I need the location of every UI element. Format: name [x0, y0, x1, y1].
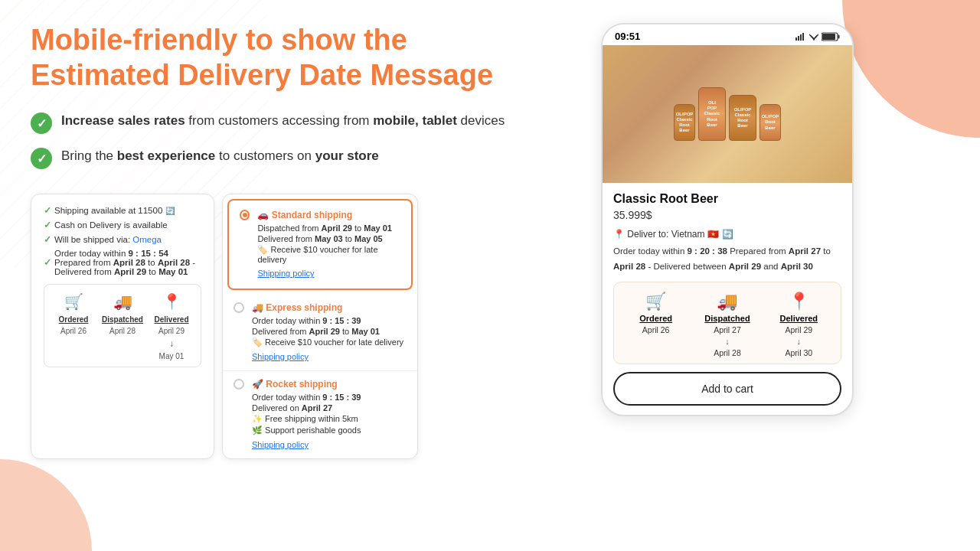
radio-express[interactable] [234, 302, 244, 313]
shipping-option-rocket: 🚀 Rocket shipping Order today within 9 :… [223, 371, 417, 458]
feature-text-1: Increase sales rates from customers acce… [61, 111, 505, 131]
phone-step-ordered: 🛒 Ordered April 26 [620, 292, 691, 357]
phone-step-delivered: 📍 Delivered April 29 ↓ April 30 [763, 292, 835, 357]
main-container: Mobile-friendly to show theEstimated Del… [0, 0, 980, 551]
line-carrier: ✓ Will be shipped via: Omega [44, 234, 201, 245]
phone-cart-icon: 🛒 [645, 292, 666, 311]
standard-voucher: 🏷️ Receive $10 voucher for late delivery [257, 245, 400, 264]
battery-icon [822, 32, 840, 41]
svg-rect-2 [795, 37, 797, 41]
timeline-step-delivered: 📍 Delivered April 29 ↓ May 01 [147, 292, 196, 360]
product-image: OLIPOPClassicRootBeer OLIPOPClassicRootB… [603, 45, 852, 183]
features-list: Increase sales rates from customers acce… [31, 111, 582, 169]
phone-delivered-date2: April 30 [786, 348, 813, 357]
deliver-to-line: 📍 Deliver to: Vietnam 🇻🇳 🔄 [613, 229, 841, 240]
can-1: OLIPOPClassicRootBeer [674, 104, 695, 141]
feature-item-2: Bring the best experience to customers o… [31, 146, 582, 169]
svg-rect-9 [822, 34, 835, 40]
phone-delivered-arrow: ↓ [797, 337, 802, 346]
express-dispatch: Order today within 9 : 15 : 39 [252, 316, 403, 325]
timeline-step-dispatched: 🚚 Dispatched April 28 [98, 292, 147, 335]
express-voucher: 🏷️ Receive $10 voucher for late delivery [252, 337, 403, 347]
delivered-date2: May 01 [159, 352, 185, 360]
truck-icon: 🚚 [113, 292, 132, 311]
svg-point-6 [813, 38, 815, 40]
phone-ordered-date: April 26 [642, 325, 670, 334]
shipping-info-card: ✓ Shipping available at 11500 🔄 ✓ Cash o… [31, 194, 214, 459]
standard-dispatch: Dispatched from April 29 to May 01 [257, 223, 400, 233]
can-2: OLIPOPClassicRootBeer [698, 87, 726, 141]
cart-icon: 🛒 [64, 292, 83, 311]
phone-mockup: 09:51 [601, 23, 854, 416]
phone-content: Classic Root Beer 35.999$ 📍 Deliver to: … [603, 183, 852, 415]
phone-status-icons [795, 32, 840, 41]
phone-delivered-date1: April 29 [786, 325, 813, 334]
product-name: Classic Root Beer [613, 192, 841, 206]
rocket-deliver: Delivered on April 27 [252, 403, 361, 412]
phone-statusbar: 09:51 [603, 24, 852, 45]
signal-icon [795, 33, 806, 41]
feature-text-2: Bring the best experience to customers o… [61, 146, 379, 166]
carrier-link[interactable]: Omega [132, 235, 162, 244]
line-availability: ✓ Shipping available at 11500 🔄 [44, 205, 201, 216]
right-panel: 09:51 [597, 23, 858, 528]
olipop-cans: OLIPOPClassicRootBeer OLIPOPClassicRootB… [674, 87, 781, 141]
ordered-label: Ordered [59, 315, 89, 324]
phone-dispatched-date1: April 27 [714, 325, 741, 334]
phone-dispatched-arrow: ↓ [725, 337, 730, 346]
delivered-date1: April 29 [158, 327, 185, 335]
shipping-options-card: 🚗 Standard shipping Dispatched from Apri… [222, 194, 418, 459]
timeline-step-ordered: 🛒 Ordered April 26 [49, 292, 98, 335]
refresh-icon[interactable]: 🔄 [722, 229, 733, 240]
delivered-label: Delivered [154, 315, 188, 324]
radio-rocket[interactable] [234, 379, 244, 390]
order-info: Order today within 9 : 20 : 38 Prepared … [613, 244, 841, 274]
line-cod: ✓ Cash on Delivery is available [44, 220, 201, 230]
can-4: OLIPOPRootBeer [760, 104, 781, 141]
phone-truck-icon: 🚚 [717, 292, 737, 311]
wifi-icon [809, 33, 818, 41]
dispatched-date: April 28 [109, 327, 136, 335]
add-to-cart-button[interactable]: Add to cart [613, 372, 841, 406]
svg-rect-3 [798, 36, 799, 41]
timeline-phone-steps: 🛒 Ordered April 26 🚚 Dispatched April 27… [620, 292, 835, 357]
timeline-small: 🛒 Ordered April 26 🚚 Dispatched April 28… [44, 284, 201, 367]
svg-rect-5 [802, 33, 804, 41]
timeline-phone: 🛒 Ordered April 26 🚚 Dispatched April 27… [613, 282, 841, 364]
express-policy-link[interactable]: Shipping policy [252, 352, 309, 361]
phone-time: 09:51 [615, 31, 640, 42]
standard-policy-link[interactable]: Shipping policy [257, 269, 314, 278]
check-icon-2 [31, 148, 52, 169]
phone-step-dispatched: 🚚 Dispatched April 27 ↓ April 28 [691, 292, 763, 357]
radio-standard[interactable] [240, 210, 250, 220]
delivered-arrow: ↓ [169, 338, 174, 349]
express-title: 🚚 Express shipping [252, 302, 403, 313]
can-3: OLIPOPClassicRootBeer [729, 95, 756, 141]
location-icon: 📍 [162, 292, 181, 311]
phone-dispatched-label: Dispatched [704, 314, 750, 323]
feature-item-1: Increase sales rates from customers acce… [31, 111, 582, 134]
phone-dispatched-date2: April 28 [714, 348, 741, 357]
line-order-info: ✓ Order today within 9 : 15 : 54 Prepare… [44, 249, 201, 276]
standard-deliver: Delivered from May 03 to May 05 [257, 234, 400, 243]
shipping-option-standard: 🚗 Standard shipping Dispatched from Apri… [227, 199, 413, 290]
main-title: Mobile-friendly to show theEstimated Del… [31, 23, 582, 93]
previews-area: ✓ Shipping available at 11500 🔄 ✓ Cash o… [31, 194, 582, 459]
svg-rect-4 [800, 34, 802, 41]
phone-pin-icon: 📍 [789, 292, 809, 311]
check-icon-1 [31, 112, 52, 134]
left-panel: Mobile-friendly to show theEstimated Del… [31, 23, 582, 528]
svg-rect-8 [838, 34, 840, 38]
rocket-feature1: ✨ Free shipping within 5km [252, 414, 361, 424]
rocket-dispatch: Order today within 9 : 15 : 39 [252, 393, 361, 402]
rocket-feature2: 🌿 Support perishable goods [252, 425, 361, 435]
standard-title: 🚗 Standard shipping [257, 210, 400, 220]
phone-ordered-label: Ordered [639, 314, 672, 323]
express-deliver: Delivered from April 29 to May 01 [252, 327, 403, 336]
rocket-title: 🚀 Rocket shipping [252, 379, 361, 390]
rocket-policy-link[interactable]: Shipping policy [252, 440, 309, 449]
shipping-option-express: 🚚 Express shipping Order today within 9 … [223, 295, 417, 371]
phone-delivered-label: Delivered [780, 314, 818, 323]
ordered-date: April 26 [60, 327, 87, 335]
dispatched-label: Dispatched [102, 315, 143, 324]
